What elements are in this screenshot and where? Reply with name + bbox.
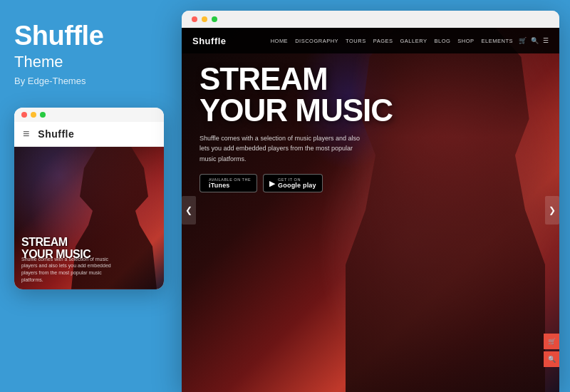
nav-pages[interactable]: PAGES	[373, 38, 393, 44]
nav-blog[interactable]: BLOG	[434, 38, 450, 44]
carousel-prev-arrow[interactable]: ❮	[182, 196, 196, 225]
desktop-mockup: Shuffle HOME DISCOGRAPHY TOURS PAGES GAL…	[182, 11, 559, 392]
nav-elements[interactable]: ELEMENTS	[482, 38, 513, 44]
mobile-mockup: ≡ Shuffle STREAM YOUR MUSIC Shuffle come…	[14, 108, 164, 289]
site-nav-logo: Shuffle	[192, 36, 227, 46]
nav-shop[interactable]: SHOP	[457, 38, 474, 44]
side-cart-button[interactable]: 🛒	[544, 334, 559, 349]
site-nav: Shuffle HOME DISCOGRAPHY TOURS PAGES GAL…	[182, 28, 559, 53]
mobile-site-name: Shuffle	[38, 128, 74, 140]
itunes-store-label: iTunes	[209, 182, 251, 189]
search-icon[interactable]: 🔍	[531, 37, 539, 44]
nav-tours[interactable]: TOURS	[346, 38, 366, 44]
left-panel: Shuffle Theme By Edge-Themes ≡ Shuffle S…	[0, 0, 175, 392]
desktop-dot-green	[212, 16, 217, 22]
nav-discography[interactable]: DISCOGRAPHY	[295, 38, 338, 44]
hero-main-text: STREAM YOUR MUSIC	[200, 63, 393, 126]
desktop-dot-red	[192, 16, 197, 22]
itunes-badge[interactable]: Available on the iTunes	[200, 174, 257, 192]
desktop-content: Shuffle HOME DISCOGRAPHY TOURS PAGES GAL…	[182, 28, 559, 392]
google-play-badge[interactable]: ▶ Get it on Google play	[263, 174, 323, 192]
hero-description: Shuffle comes with a selection of music …	[200, 133, 370, 164]
brand-by: By Edge-Themes	[14, 76, 103, 86]
menu-icon[interactable]: ☰	[543, 37, 549, 44]
brand-section: Shuffle Theme By Edge-Themes	[14, 21, 103, 86]
nav-home[interactable]: HOME	[271, 38, 289, 44]
mobile-browser-bar	[14, 108, 164, 122]
dot-yellow	[31, 112, 36, 118]
hero-text-overlay: STREAM YOUR MUSIC Shuffle comes with a s…	[200, 63, 393, 192]
mobile-hero: STREAM YOUR MUSIC Shuffle comes with a s…	[14, 147, 164, 289]
carousel-next-arrow[interactable]: ❯	[545, 196, 559, 225]
brand-subtitle: Theme	[14, 53, 103, 71]
brand-title: Shuffle	[14, 21, 103, 51]
desktop-dot-yellow	[202, 16, 207, 22]
hamburger-icon[interactable]: ≡	[23, 128, 29, 140]
nav-icons: 🛒 🔍 ☰	[519, 37, 549, 44]
google-badge-text: Get it on Google play	[278, 177, 316, 189]
mobile-nav: ≡ Shuffle	[14, 122, 164, 147]
nav-links: HOME DISCOGRAPHY TOURS PAGES GALLERY BLO…	[271, 38, 513, 44]
side-search-button[interactable]: 🔍	[544, 351, 559, 367]
android-icon: ▶	[269, 179, 275, 188]
desktop-browser-bar	[182, 11, 559, 28]
cart-icon[interactable]: 🛒	[519, 37, 527, 44]
dot-red	[21, 112, 27, 118]
dot-green	[40, 112, 46, 118]
mobile-hero-description: Shuffle comes with a selection of music …	[21, 256, 114, 284]
hero-buttons: Available on the iTunes ▶ Get it on Goog…	[200, 174, 393, 192]
itunes-badge-text: Available on the iTunes	[209, 177, 251, 189]
nav-gallery[interactable]: GALLERY	[400, 38, 427, 44]
google-store-label: Google play	[278, 182, 316, 189]
desktop-hero: Shuffle HOME DISCOGRAPHY TOURS PAGES GAL…	[182, 28, 559, 392]
